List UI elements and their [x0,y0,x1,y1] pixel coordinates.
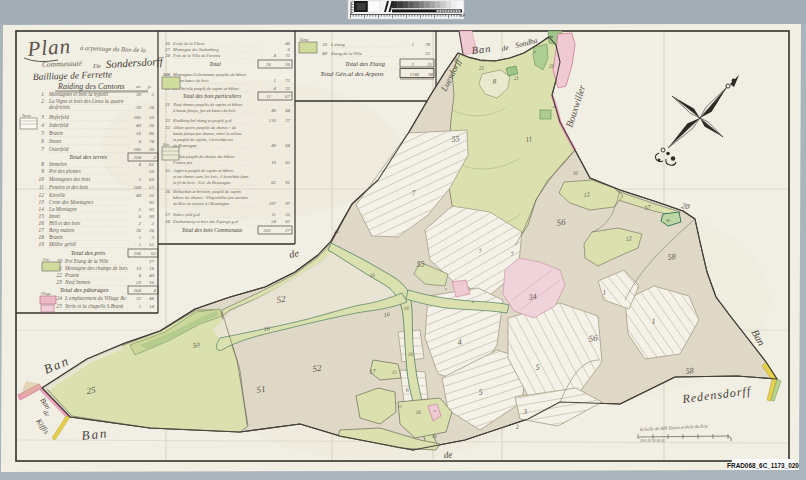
svg-text:12: 12 [39,192,45,198]
svg-text:26: 26 [149,228,155,233]
svg-text:98: 98 [428,72,433,77]
svg-text:25: 25 [57,303,63,309]
svg-text:Kindberg bel étang et peuplé g: Kindberg bel étang et peuplé g.al [172,118,232,123]
svg-text:72: 72 [285,78,290,83]
svg-text:294: 294 [134,155,142,160]
svg-text:32: 32 [285,86,290,91]
svg-text:59: 59 [149,115,155,120]
svg-text:51: 51 [256,384,266,395]
svg-text:17: 17 [39,227,45,233]
svg-text:100: 100 [134,185,142,190]
svg-text:1: 1 [139,242,142,247]
svg-text:Imont: Imont [48,138,62,144]
svg-text:1: 1 [412,42,414,47]
svg-text:Kinville: Kinville [48,192,66,198]
svg-text:30: 30 [136,92,142,97]
svg-text:35: 35 [165,168,171,173]
svg-text:10: 10 [397,403,402,409]
svg-text:ar.: ar. [136,84,141,89]
svg-text:37: 37 [165,212,171,217]
svg-text:Total des Etang: Total des Etang [345,60,386,67]
svg-text:11: 11 [39,184,44,190]
svg-text:59: 59 [149,169,155,174]
svg-text:27: 27 [285,118,290,123]
svg-text:74: 74 [425,42,430,47]
svg-text:26: 26 [149,123,155,128]
svg-text:28: 28 [149,105,155,110]
svg-text:97: 97 [285,201,290,206]
svg-text:Montagnes et bois la hypoth: Montagnes et bois la hypoth [48,91,108,97]
svg-text:Prés: Prés [42,258,50,262]
svg-text:FRAD068_6C_1173_020: FRAD068_6C_1173_020 [727,462,799,469]
svg-text:25: 25 [285,212,290,217]
svg-text:Etang: Etang [299,38,308,42]
svg-text:06: 06 [149,131,155,136]
svg-text:3: 3 [40,114,44,120]
svg-text:46: 46 [285,41,290,46]
svg-text:Inderfeld: Inderfeld [48,122,68,128]
svg-text:69: 69 [149,177,155,182]
svg-text:54: 54 [271,219,276,224]
svg-text:52: 52 [425,51,430,56]
svg-text:58: 58 [685,366,694,376]
svg-text:74: 74 [149,139,155,144]
svg-text:Terres: Terres [22,114,32,118]
svg-text:Total des bois Communaux: Total des bois Communaux [182,227,243,233]
svg-text:11: 11 [266,94,271,99]
svg-text:27: 27 [165,47,171,52]
svg-text:1748: 1748 [409,72,419,77]
svg-text:19: 19 [136,266,142,271]
svg-text:27: 27 [285,228,291,233]
svg-text:Montagne des champs de bois: Montagne des champs de bois [64,265,128,271]
svg-text:Plan: Plan [26,34,72,61]
svg-text:30: 30 [149,147,155,152]
svg-text:de: de [443,449,452,460]
svg-text:62: 62 [151,251,157,256]
svg-text:Total des terres: Total des terres [69,153,108,160]
svg-text:58: 58 [667,252,676,262]
svg-text:55: 55 [451,134,460,144]
svg-text:10 6 10 30 50 50: 10 6 10 30 50 50 [640,439,664,443]
svg-text:L étang: L étang [330,42,346,47]
svg-text:Montagnes Colestennes peuplés: Montagnes Colestennes peuplés de hêtres [172,72,247,77]
svg-text:10: 10 [39,176,45,182]
svg-text:16: 16 [383,311,390,318]
svg-text:2: 2 [41,98,44,104]
svg-text:Verše et la chapelle S.Brank: Verše et la chapelle S.Brank [65,303,124,309]
svg-text:20: 20 [681,201,690,211]
svg-text:Enchanteray et bois des Esperg: Enchanteray et bois des Esperge g.al [172,219,239,224]
svg-text:67: 67 [285,94,291,99]
svg-text:40: 40 [271,143,276,148]
svg-text:Müller gehöl: Müller gehöl [48,241,76,247]
svg-text:Le Christle peuplé de sapins e: Le Christle peuplé de sapins et hêtres [172,86,239,91]
svg-text:19: 19 [271,160,276,165]
svg-text:55: 55 [416,259,425,269]
svg-text:62: 62 [285,160,290,165]
svg-text:26: 26 [285,62,291,67]
svg-text:32: 32 [136,296,142,301]
svg-text:Village: Village [41,292,51,296]
svg-text:14: 14 [39,206,45,212]
svg-text:Montagnes des bois: Montagnes des bois [48,176,90,182]
svg-text:31: 31 [165,102,170,107]
svg-text:Neuf Immen: Neuf Immen [64,279,91,285]
svg-text:hêtres les chenes - Disponible: hêtres les chenes - Disponibles fux anci… [173,195,248,200]
svg-text:18: 18 [149,266,155,271]
svg-text:26: 26 [266,62,272,67]
svg-text:le fil de bois - Col. de Brama: le fil de bois - Col. de Bramagne [173,180,230,185]
svg-text:62: 62 [285,219,290,224]
svg-text:591: 591 [264,228,272,233]
svg-text:40: 40 [322,51,328,56]
svg-text:52: 52 [149,242,155,247]
svg-text:Communauté: Communauté [42,59,83,69]
svg-text:12: 12 [583,191,590,198]
svg-text:64: 64 [285,108,290,113]
svg-text:7: 7 [41,146,44,152]
svg-text:Prante: Prante [64,272,80,278]
svg-text:105: 105 [134,147,142,152]
svg-text:11: 11 [525,135,533,144]
svg-text:Total: Total [209,61,221,67]
svg-text:Indors feld g.al: Indors feld g.al [172,212,201,217]
svg-text:1: 1 [139,304,142,309]
svg-text:19: 19 [39,241,45,247]
